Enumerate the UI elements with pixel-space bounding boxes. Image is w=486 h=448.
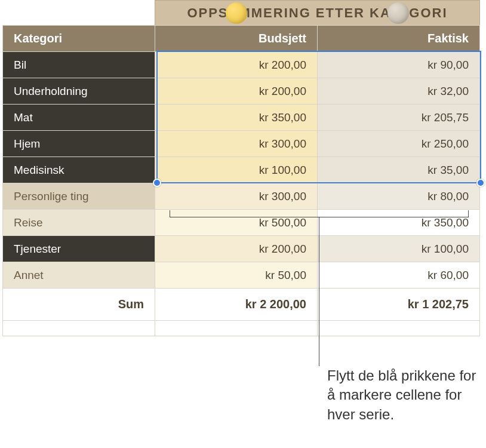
empty-row (3, 321, 480, 336)
cell-budget[interactable]: kr 300,00 (155, 131, 318, 157)
cell-budget[interactable]: kr 200,00 (155, 236, 318, 262)
cell-category[interactable]: Mat (3, 105, 155, 131)
cell-budget[interactable]: kr 500,00 (155, 210, 318, 236)
cell-budget[interactable]: kr 200,00 (155, 52, 318, 78)
col-header-category[interactable]: Kategori (3, 26, 155, 52)
table-title-bar: OPPSUMMERING ETTER KATEGORI (155, 0, 480, 25)
sum-actual[interactable]: kr 1 202,75 (318, 289, 480, 321)
sum-row[interactable]: Sum kr 2 200,00 kr 1 202,75 (3, 289, 480, 321)
sum-budget[interactable]: kr 2 200,00 (155, 289, 318, 321)
callout-text: Flytt de blå prikkene for å markere cell… (327, 366, 482, 424)
budget-table-wrap: OPPSUMMERING ETTER KATEGORI Kategori Bud… (2, 0, 480, 336)
cell-category[interactable]: Underholdning (3, 78, 155, 105)
table-row[interactable]: Mat kr 350,00 kr 205,75 (3, 105, 480, 131)
cell-budget[interactable]: kr 50,00 (155, 262, 318, 289)
cell-actual[interactable]: kr 250,00 (318, 131, 480, 157)
series-dot-grey-icon (387, 2, 409, 24)
cell-actual[interactable]: kr 205,75 (318, 105, 480, 131)
series-dot-yellow-icon (226, 2, 247, 24)
cell-category[interactable]: Personlige ting (3, 183, 155, 210)
cell-actual[interactable]: kr 32,00 (318, 78, 480, 105)
cell-category[interactable]: Reise (3, 210, 155, 236)
cell-actual[interactable]: kr 60,00 (318, 262, 480, 289)
cell-budget[interactable]: kr 200,00 (155, 78, 318, 105)
col-header-budget[interactable]: Budsjett (155, 26, 318, 52)
cell-actual[interactable]: kr 350,00 (318, 210, 480, 236)
table-row[interactable]: Tjenester kr 200,00 kr 100,00 (3, 236, 480, 262)
table-row[interactable]: Personlige ting kr 300,00 kr 80,00 (3, 183, 480, 210)
table-row[interactable]: Reise kr 500,00 kr 350,00 (3, 210, 480, 236)
budget-table[interactable]: Kategori Budsjett Faktisk Bil kr 200,00 … (2, 25, 480, 336)
sum-label[interactable]: Sum (3, 289, 155, 321)
table-row[interactable]: Medisinsk kr 100,00 kr 35,00 (3, 157, 480, 183)
cell-category[interactable]: Medisinsk (3, 157, 155, 183)
cell-actual[interactable]: kr 35,00 (318, 157, 480, 183)
table-row[interactable]: Bil kr 200,00 kr 90,00 (3, 52, 480, 78)
table-row[interactable]: Underholdning kr 200,00 kr 32,00 (3, 78, 480, 105)
cell-category[interactable]: Annet (3, 262, 155, 289)
cell-budget[interactable]: kr 350,00 (155, 105, 318, 131)
col-header-actual[interactable]: Faktisk (318, 26, 480, 52)
cell-category[interactable]: Bil (3, 52, 155, 78)
cell-actual[interactable]: kr 80,00 (318, 183, 480, 210)
cell-budget[interactable]: kr 300,00 (155, 183, 318, 210)
header-row: Kategori Budsjett Faktisk (3, 26, 480, 52)
table-row[interactable]: Annet kr 50,00 kr 60,00 (3, 262, 480, 289)
table-row[interactable]: Hjem kr 300,00 kr 250,00 (3, 131, 480, 157)
cell-actual[interactable]: kr 90,00 (318, 52, 480, 78)
cell-category[interactable]: Hjem (3, 131, 155, 157)
cell-category[interactable]: Tjenester (3, 236, 155, 262)
cell-budget[interactable]: kr 100,00 (155, 157, 318, 183)
cell-actual[interactable]: kr 100,00 (318, 236, 480, 262)
